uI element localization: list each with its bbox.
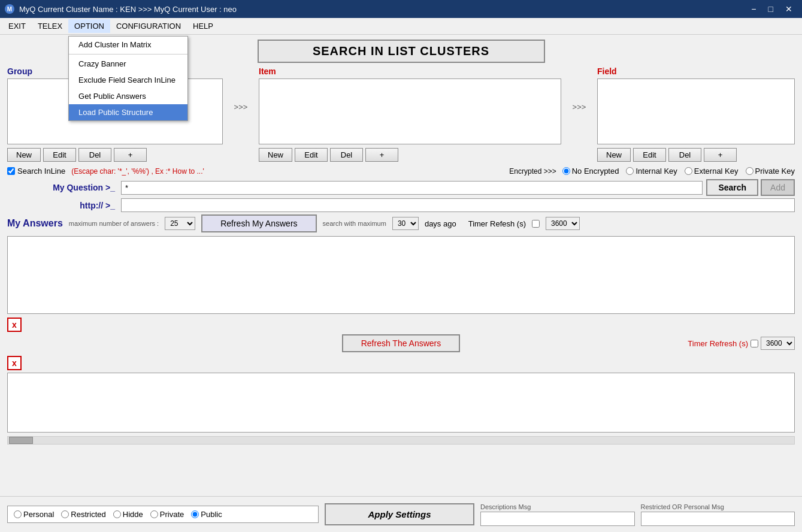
x-button-1[interactable]: x: [7, 318, 22, 332]
dropdown-add-cluster[interactable]: Add Cluster In Matrix: [69, 37, 187, 53]
max-answers-select[interactable]: 10 25 50 100: [165, 217, 195, 230]
field-column: Field: [597, 66, 795, 144]
menu-bar: EXIT TELEX OPTION Add Cluster In Matrix …: [0, 18, 802, 35]
field-list[interactable]: [597, 78, 795, 144]
dropdown-load-public[interactable]: Load Public Structure: [69, 104, 187, 120]
item-edit-button[interactable]: Edit: [295, 148, 328, 162]
item-label: Item: [259, 66, 561, 76]
refresh-answers-row: Refresh The Answers Timer Refresh (s) 18…: [7, 334, 795, 352]
title-bar: M MyQ Current Cluster Name : KEN >>> MyQ…: [0, 0, 802, 18]
http-row: http:// >_: [7, 198, 795, 212]
menu-help[interactable]: HELP: [187, 19, 219, 33]
private-option[interactable]: Private: [150, 510, 184, 519]
close-button[interactable]: ✕: [780, 4, 797, 14]
field-edit-button[interactable]: Edit: [633, 148, 666, 162]
window-title: MyQ Current Cluster Name : KEN >>> MyQ C…: [19, 5, 237, 14]
question-row: My Question >_ Search Add: [7, 179, 795, 196]
timer-right-section: Timer Refresh (s) 1800 3600 7200: [688, 337, 795, 350]
bottom-bar: Personal Restricted Hidde Private Public…: [0, 496, 802, 532]
add-button[interactable]: Add: [761, 179, 795, 196]
field-buttons: New Edit Del +: [597, 148, 795, 162]
field-del-button[interactable]: Del: [668, 148, 701, 162]
menu-telex[interactable]: TELEX: [32, 19, 68, 33]
group-buttons: New Edit Del +: [7, 148, 223, 162]
maximize-button[interactable]: □: [764, 4, 778, 14]
desc-label: Descriptions Msg: [480, 503, 635, 510]
arrow-2: >>>: [561, 66, 597, 111]
x-button-2[interactable]: x: [7, 356, 22, 370]
encrypted-label: Encrypted >>>: [509, 167, 556, 176]
max-answers-label: maximum number of answers :: [69, 220, 159, 227]
field-label: Field: [597, 66, 795, 76]
answers-area[interactable]: [7, 236, 795, 314]
timer-refresh-checkbox[interactable]: [750, 340, 758, 347]
menu-exit[interactable]: EXIT: [2, 19, 32, 33]
restricted-section: Restricted OR Personal Msg: [641, 503, 795, 526]
days-select[interactable]: 30 60 90: [392, 217, 419, 230]
search-inline-row: Search InLine (Escape char: '*_', '%%') …: [7, 167, 795, 176]
public-option[interactable]: Public: [191, 510, 222, 519]
item-new-button[interactable]: New: [259, 148, 292, 162]
dropdown-crazy-banner[interactable]: Crazy Banner: [69, 56, 187, 72]
dropdown-get-public[interactable]: Get Public Answers: [69, 88, 187, 104]
restricted-label: Restricted OR Personal Msg: [641, 503, 795, 510]
answers-label: My Answers: [7, 218, 63, 229]
menu-option[interactable]: OPTION: [68, 19, 110, 33]
group-plus-button[interactable]: +: [114, 148, 147, 162]
item-column: Item: [259, 66, 561, 144]
encrypted-section: Encrypted >>> No Encrypted Internal Key …: [509, 167, 795, 176]
http-input[interactable]: [121, 198, 795, 212]
desc-input[interactable]: [480, 512, 635, 526]
field-plus-button[interactable]: +: [704, 148, 737, 162]
days-label: days ago: [425, 219, 456, 228]
lower-answers-area[interactable]: [7, 373, 795, 433]
restricted-input[interactable]: [641, 512, 795, 526]
timer-refresh-label: Timer Refresh (s): [688, 339, 748, 348]
arrow-1: >>>: [223, 66, 259, 111]
search-inline-checkbox[interactable]: [7, 167, 15, 175]
app-icon: M: [5, 4, 14, 14]
description-section: Descriptions Msg: [480, 503, 635, 526]
group-new-button[interactable]: New: [7, 148, 41, 162]
escape-hint: (Escape char: '*_', '%%') , Ex :* How to…: [71, 167, 204, 176]
field-new-button[interactable]: New: [597, 148, 631, 162]
scrollbar-thumb[interactable]: [9, 437, 33, 444]
window-controls: − □ ✕: [746, 4, 797, 14]
restricted-option[interactable]: Restricted: [61, 510, 106, 519]
item-plus-button[interactable]: +: [365, 148, 398, 162]
minimize-button[interactable]: −: [746, 4, 761, 14]
refresh-answers-button[interactable]: Refresh The Answers: [342, 334, 461, 352]
horizontal-scrollbar[interactable]: [7, 436, 795, 445]
search-inline-label[interactable]: Search InLine: [7, 167, 65, 176]
encryption-radio-group: No Encrypted Internal Key External Key P…: [562, 167, 795, 176]
personal-option[interactable]: Personal: [14, 510, 54, 519]
timer-select[interactable]: 1800 3600 7200: [546, 217, 580, 230]
timer-label: Timer Refesh (s): [468, 219, 526, 228]
refresh-my-answers-button[interactable]: Refresh My Answers: [201, 214, 316, 232]
search-button[interactable]: Search: [706, 179, 758, 196]
item-del-button[interactable]: Del: [330, 148, 363, 162]
group-edit-button[interactable]: Edit: [43, 148, 76, 162]
timer-checkbox[interactable]: [532, 220, 540, 228]
http-label: http:// >_: [7, 201, 121, 210]
answers-header: My Answers maximum number of answers : 1…: [7, 214, 795, 232]
private-key-option[interactable]: Private Key: [746, 167, 795, 176]
external-key-option[interactable]: External Key: [685, 167, 739, 176]
menu-configuration[interactable]: CONFIGURATION: [110, 19, 187, 33]
no-encrypted-option[interactable]: No Encrypted: [562, 167, 619, 176]
search-title: SEARCH IN LIST CLUSTERS: [258, 40, 545, 63]
hide-option[interactable]: Hidde: [113, 510, 143, 519]
option-dropdown: Add Cluster In Matrix Crazy Banner Exclu…: [68, 36, 188, 121]
timer-refresh-select[interactable]: 1800 3600 7200: [761, 337, 795, 350]
internal-key-option[interactable]: Internal Key: [626, 167, 677, 176]
item-buttons: New Edit Del +: [259, 148, 561, 162]
question-input[interactable]: [121, 181, 703, 195]
group-del-button[interactable]: Del: [78, 148, 111, 162]
question-label: My Question >_: [7, 183, 121, 192]
item-list[interactable]: [259, 78, 561, 144]
dropdown-exclude-field[interactable]: Exclude Field Search InLine: [69, 72, 187, 88]
search-max-label: search with maximum: [323, 220, 386, 227]
visibility-radio-group: Personal Restricted Hidde Private Public: [7, 506, 319, 523]
apply-settings-button[interactable]: Apply Settings: [325, 503, 474, 525]
